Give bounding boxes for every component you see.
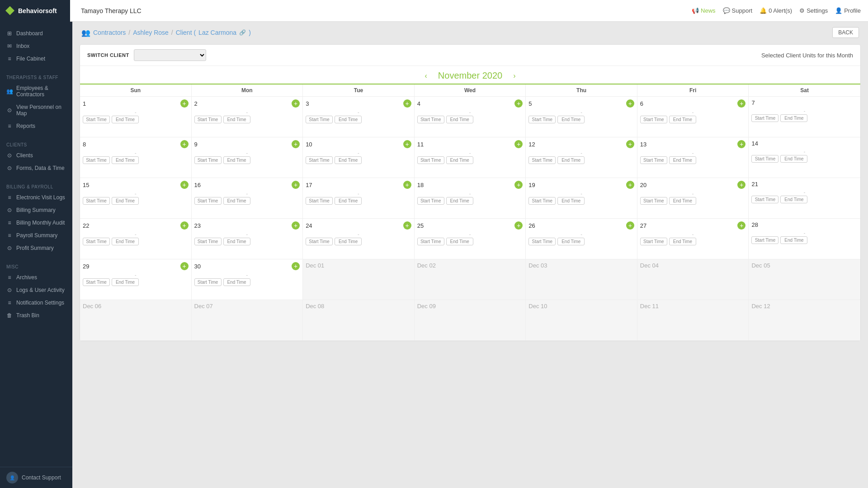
start-time-input[interactable]: Start Time	[83, 156, 110, 164]
add-entry-button[interactable]: +	[292, 221, 300, 230]
nav-news[interactable]: 📢 News	[692, 7, 716, 14]
add-entry-button[interactable]: +	[737, 140, 745, 148]
start-time-input[interactable]: Start Time	[751, 155, 778, 163]
start-time-input[interactable]: Start Time	[83, 238, 110, 245]
add-entry-button[interactable]: +	[514, 221, 523, 230]
add-entry-button[interactable]: +	[403, 99, 411, 108]
sidebar-item-forms[interactable]: ⊙ Forms, Data & Time	[0, 162, 72, 174]
end-time-input[interactable]: End Time	[112, 197, 139, 205]
end-time-input[interactable]: End Time	[112, 278, 139, 286]
start-time-input[interactable]: Start Time	[306, 238, 333, 245]
add-entry-button[interactable]: +	[737, 99, 745, 108]
sidebar-item-profit[interactable]: ⊙ Profit Summary	[0, 242, 72, 254]
start-time-input[interactable]: Start Time	[528, 156, 556, 164]
next-month-button[interactable]: ›	[511, 72, 517, 80]
start-time-input[interactable]: Start Time	[83, 278, 110, 286]
sidebar-item-evl[interactable]: ≡ Electronic Visit Logs	[0, 191, 72, 204]
end-time-input[interactable]: End Time	[780, 236, 807, 244]
start-time-input[interactable]: Start Time	[417, 156, 444, 164]
sidebar-item-dashboard[interactable]: ⊞ Dashboard	[0, 27, 72, 40]
start-time-input[interactable]: Start Time	[306, 116, 333, 123]
add-entry-button[interactable]: +	[626, 140, 634, 148]
add-entry-button[interactable]: +	[292, 140, 300, 148]
sidebar-item-notifications[interactable]: ≡ Notification Settings	[0, 296, 72, 309]
add-entry-button[interactable]: +	[514, 140, 523, 148]
start-time-input[interactable]: Start Time	[417, 197, 444, 205]
add-entry-button[interactable]: +	[180, 140, 189, 148]
sidebar-item-billing-summary[interactable]: ⊙ Billing Summary	[0, 204, 72, 216]
external-link-icon[interactable]: 🔗	[239, 29, 246, 36]
start-time-input[interactable]: Start Time	[640, 116, 667, 123]
add-entry-button[interactable]: +	[180, 181, 189, 189]
end-time-input[interactable]: End Time	[669, 197, 696, 205]
end-time-input[interactable]: End Time	[223, 197, 250, 205]
end-time-input[interactable]: End Time	[223, 278, 250, 286]
add-entry-button[interactable]: +	[626, 221, 634, 230]
contact-support-button[interactable]: 👤 Contact Support	[0, 467, 72, 488]
sidebar-item-archives[interactable]: ≡ Archives	[0, 271, 72, 284]
nav-profile[interactable]: 👤 Profile	[835, 7, 861, 14]
breadcrumb-client-name[interactable]: Laz Carmona	[198, 29, 236, 36]
add-entry-button[interactable]: +	[292, 99, 300, 108]
sidebar-item-file-cabinet[interactable]: ≡ File Cabinet	[0, 52, 72, 65]
end-time-input[interactable]: End Time	[223, 156, 250, 164]
sidebar-item-inbox[interactable]: ✉ Inbox	[0, 40, 72, 52]
end-time-input[interactable]: End Time	[223, 238, 250, 245]
add-entry-button[interactable]: +	[403, 221, 411, 230]
end-time-input[interactable]: End Time	[112, 238, 139, 245]
sidebar-item-clients[interactable]: ⊙ Clients	[0, 149, 72, 162]
end-time-input[interactable]: End Time	[557, 156, 585, 164]
end-time-input[interactable]: End Time	[335, 116, 362, 123]
end-time-input[interactable]: End Time	[112, 116, 139, 123]
sidebar-item-logs[interactable]: ⊙ Logs & User Activity	[0, 284, 72, 296]
end-time-input[interactable]: End Time	[669, 156, 696, 164]
sidebar-item-map[interactable]: ⊙ View Personnel on Map	[0, 101, 72, 120]
add-entry-button[interactable]: +	[180, 221, 189, 230]
add-entry-button[interactable]: +	[514, 181, 523, 189]
switch-client-select[interactable]	[134, 49, 206, 61]
start-time-input[interactable]: Start Time	[417, 238, 444, 245]
start-time-input[interactable]: Start Time	[751, 196, 778, 203]
start-time-input[interactable]: Start Time	[751, 114, 778, 122]
prev-month-button[interactable]: ‹	[423, 72, 429, 80]
start-time-input[interactable]: Start Time	[83, 197, 110, 205]
start-time-input[interactable]: Start Time	[417, 116, 444, 123]
sidebar-item-billing-monthly[interactable]: ≡ Billing Monthly Audit	[0, 216, 72, 229]
end-time-input[interactable]: End Time	[112, 156, 139, 164]
end-time-input[interactable]: End Time	[557, 197, 585, 205]
end-time-input[interactable]: End Time	[669, 116, 696, 123]
start-time-input[interactable]: Start Time	[194, 238, 222, 245]
start-time-input[interactable]: Start Time	[528, 116, 556, 123]
end-time-input[interactable]: End Time	[557, 116, 585, 123]
sidebar-item-reports[interactable]: ≡ Reports	[0, 120, 72, 132]
add-entry-button[interactable]: +	[626, 99, 634, 108]
start-time-input[interactable]: Start Time	[640, 238, 667, 245]
breadcrumb-ashley-rose[interactable]: Ashley Rose	[133, 29, 169, 36]
breadcrumb-contractors[interactable]: Contractors	[93, 29, 126, 36]
add-entry-button[interactable]: +	[180, 262, 189, 270]
end-time-input[interactable]: End Time	[335, 156, 362, 164]
start-time-input[interactable]: Start Time	[528, 197, 556, 205]
start-time-input[interactable]: Start Time	[194, 197, 222, 205]
sidebar-item-employees[interactable]: 👥 Employees & Contractors	[0, 82, 72, 101]
start-time-input[interactable]: Start Time	[640, 156, 667, 164]
start-time-input[interactable]: Start Time	[194, 278, 222, 286]
back-button[interactable]: BACK	[832, 27, 859, 38]
add-entry-button[interactable]: +	[403, 140, 411, 148]
start-time-input[interactable]: Start Time	[194, 116, 222, 123]
end-time-input[interactable]: End Time	[223, 116, 250, 123]
add-entry-button[interactable]: +	[403, 181, 411, 189]
end-time-input[interactable]: End Time	[446, 116, 473, 123]
add-entry-button[interactable]: +	[292, 181, 300, 189]
end-time-input[interactable]: End Time	[446, 238, 473, 245]
start-time-input[interactable]: Start Time	[640, 197, 667, 205]
end-time-input[interactable]: End Time	[335, 197, 362, 205]
add-entry-button[interactable]: +	[180, 99, 189, 108]
add-entry-button[interactable]: +	[737, 181, 745, 189]
add-entry-button[interactable]: +	[737, 221, 745, 230]
add-entry-button[interactable]: +	[514, 99, 523, 108]
end-time-input[interactable]: End Time	[557, 238, 585, 245]
end-time-input[interactable]: End Time	[446, 156, 473, 164]
end-time-input[interactable]: End Time	[780, 114, 807, 122]
nav-alerts[interactable]: 🔔 0 Alert(s)	[760, 7, 792, 14]
